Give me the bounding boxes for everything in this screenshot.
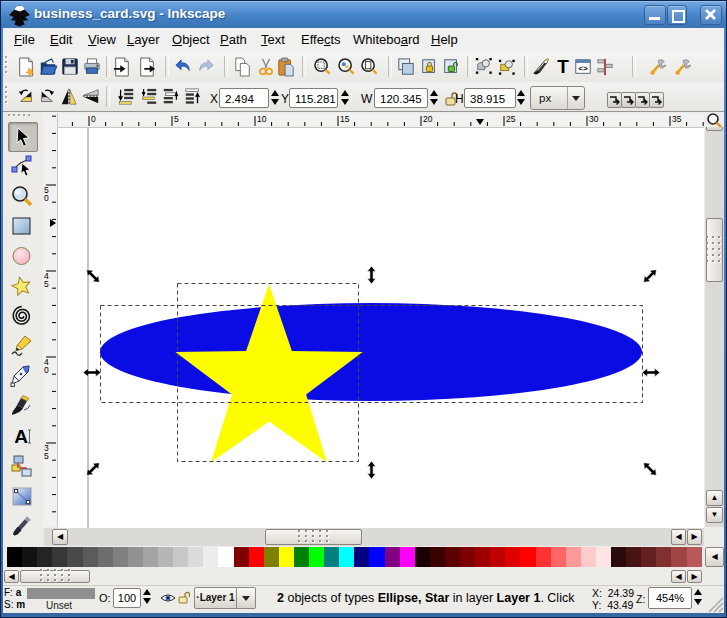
svg-text:30: 30 [589, 114, 599, 124]
svg-text:5: 5 [44, 279, 49, 289]
svg-text:25: 25 [506, 114, 516, 124]
svg-text:T: T [557, 57, 569, 77]
svg-text:0: 0 [44, 193, 49, 203]
svg-text:0: 0 [91, 114, 96, 124]
svg-text:10: 10 [257, 114, 267, 124]
svg-text:20: 20 [423, 114, 433, 124]
svg-text:0: 0 [44, 365, 49, 375]
svg-text:A: A [14, 426, 28, 447]
svg-text:5: 5 [44, 451, 49, 461]
svg-text:<>: <> [578, 64, 588, 73]
svg-text:5: 5 [174, 114, 179, 124]
svg-text:15: 15 [340, 114, 350, 124]
svg-text:35: 35 [672, 114, 682, 124]
